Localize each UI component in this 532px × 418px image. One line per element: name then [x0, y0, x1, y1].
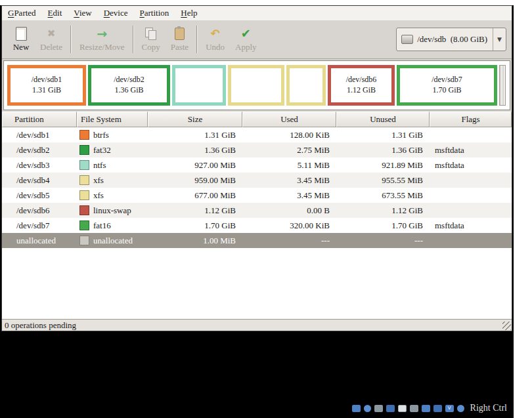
partition-table: Partition File System Size Used Unused F…	[2, 112, 512, 319]
visual-partition-sdb2[interactable]: /dev/sdb2 1.36 GiB	[88, 65, 170, 106]
filesystem-name: ntfs	[93, 160, 106, 171]
size-cell: 927.00 MiB	[148, 160, 242, 171]
toolbar-separator	[196, 26, 198, 53]
partition-name: /dev/sdb3	[2, 160, 77, 171]
unused-cell: 1.12 GiB	[336, 205, 430, 216]
filesystem-color-swatch	[79, 145, 89, 155]
paste-button[interactable]: Paste	[166, 23, 194, 56]
table-row-sdb7[interactable]: /dev/sdb7 fat16 1.70 GiB 320.00 KiB 1.70…	[2, 218, 512, 233]
table-row-sdb2[interactable]: /dev/sdb2 fat32 1.36 GiB 2.75 MiB 1.36 G…	[2, 142, 512, 157]
resize-grip[interactable]	[502, 322, 511, 330]
flags-cell: msftdata	[430, 220, 512, 231]
filesystem-name: btrfs	[93, 130, 109, 140]
unused-cell: ---	[336, 236, 430, 246]
toolbar-separator	[133, 26, 134, 53]
partition-name: /dev/sdb7	[2, 220, 77, 231]
visual-partition-sdb6[interactable]: /dev/sdb6 1.12 GiB	[328, 65, 395, 106]
unused-cell: 1.36 GiB	[336, 145, 430, 156]
filesystem-color-swatch	[79, 175, 89, 185]
menu-view[interactable]: View	[68, 7, 97, 20]
device-path: /dev/sdb	[417, 34, 446, 44]
apply-icon: ✔	[241, 26, 251, 41]
size-cell: 959.00 MiB	[148, 175, 242, 186]
delete-button[interactable]: ✖ Delete	[35, 23, 68, 56]
delete-icon: ✖	[47, 26, 56, 41]
table-row-sdb1[interactable]: /dev/sdb1 btrfs 1.31 GiB 128.00 KiB 1.31…	[2, 127, 512, 142]
filesystem-name: unallocated	[93, 236, 133, 246]
used-cell: 3.45 MiB	[242, 190, 336, 201]
unused-cell: 1.31 GiB	[336, 130, 430, 140]
operations-pending-text: 0 operations pending	[5, 320, 76, 330]
menu-bar: GParted Edit View Device Partition Help	[2, 6, 512, 20]
table-row-sdb6[interactable]: /dev/sdb6 linux-swap 1.12 GiB 0.00 B 1.1…	[2, 203, 512, 218]
table-body: /dev/sdb1 btrfs 1.31 GiB 128.00 KiB 1.31…	[2, 127, 512, 248]
device-capacity: (8.00 GiB)	[451, 34, 487, 44]
filesystem-name: fat16	[93, 220, 111, 231]
display-icon[interactable]	[422, 405, 430, 412]
audio-icon[interactable]	[374, 405, 383, 412]
filesystem-color-swatch	[79, 190, 89, 200]
undo-icon: ↶	[210, 26, 219, 41]
recording-icon[interactable]	[433, 405, 442, 412]
unused-cell: 673.55 MiB	[336, 190, 430, 201]
menu-edit[interactable]: Edit	[42, 7, 68, 20]
partition-name: /dev/sdb5	[2, 190, 77, 201]
filesystem-color-swatch	[79, 236, 89, 245]
table-row-sdb5[interactable]: /dev/sdb5 xfs 677.00 MiB 3.45 MiB 673.55…	[2, 188, 512, 203]
usb-icon[interactable]	[398, 405, 407, 412]
partition-name: unallocated	[2, 236, 77, 246]
visual-partition-unallocated[interactable]	[499, 65, 506, 106]
menu-help[interactable]: Help	[175, 7, 203, 20]
visual-partition-sdb3[interactable]	[172, 65, 226, 106]
size-cell: 677.00 MiB	[148, 190, 242, 201]
chevron-down-icon: ▼	[493, 28, 506, 51]
table-row-unallocated[interactable]: unallocated unallocated 1.00 MiB --- ---	[2, 233, 512, 248]
new-button[interactable]: New	[7, 23, 35, 56]
resize-move-icon: →	[97, 26, 107, 41]
filesystem-color-swatch	[79, 160, 89, 170]
partition-name: /dev/sdb4	[2, 175, 77, 186]
mouse-integration-icon[interactable]	[457, 405, 464, 412]
unused-cell: 921.89 MiB	[336, 160, 430, 171]
column-header-used: Used	[242, 112, 336, 127]
used-cell: 0.00 B	[242, 205, 336, 216]
optical-disk-icon[interactable]	[364, 405, 371, 412]
filesystem-name: xfs	[93, 175, 104, 186]
copy-icon	[145, 26, 157, 41]
visual-partition-sdb7[interactable]: /dev/sdb7 1.70 GiB	[397, 65, 497, 106]
network-icon[interactable]	[386, 405, 395, 412]
undo-button[interactable]: ↶ Undo	[200, 23, 230, 56]
menu-device[interactable]: Device	[98, 7, 134, 20]
table-row-sdb3[interactable]: /dev/sdb3 ntfs 927.00 MiB 5.11 MiB 921.8…	[2, 157, 512, 173]
virtualization-icon[interactable]: V	[445, 405, 454, 412]
new-partition-icon	[16, 26, 27, 41]
visual-partition-sdb1[interactable]: /dev/sdb1 1.31 GiB	[7, 65, 86, 106]
size-cell: 1.31 GiB	[148, 130, 242, 140]
menu-gparted[interactable]: GParted	[2, 7, 42, 20]
partition-name: /dev/sdb1	[2, 130, 77, 140]
unused-cell: 955.55 MiB	[336, 175, 430, 186]
gparted-window: GParted Edit View Device Partition Help …	[1, 5, 512, 331]
size-cell: 1.00 MiB	[148, 236, 242, 246]
filesystem-name: xfs	[93, 190, 104, 201]
screenshot-root: GParted Edit View Device Partition Help …	[0, 0, 532, 418]
partition-name: /dev/sdb6	[2, 205, 77, 216]
unused-cell: 1.70 GiB	[336, 220, 430, 231]
device-selector[interactable]: /dev/sdb (8.00 GiB) ▼	[396, 28, 506, 51]
used-cell: 128.00 KiB	[242, 130, 336, 140]
shared-folders-icon[interactable]	[410, 405, 418, 412]
copy-button[interactable]: Copy	[137, 23, 166, 56]
hard-disk-icon[interactable]	[352, 405, 361, 412]
visual-partition-sdb4[interactable]	[228, 65, 284, 106]
visual-partition-sdb5[interactable]	[286, 65, 326, 106]
apply-button[interactable]: ✔ Apply	[230, 23, 262, 56]
filesystem-name: fat32	[93, 145, 111, 156]
paste-icon	[175, 26, 185, 41]
resize-move-button[interactable]: → Resize/Move	[74, 23, 130, 56]
hard-drive-icon	[401, 35, 413, 44]
column-header-size: Size	[148, 112, 242, 127]
menu-partition[interactable]: Partition	[134, 7, 175, 20]
table-row-sdb4[interactable]: /dev/sdb4 xfs 959.00 MiB 3.45 MiB 955.55…	[2, 173, 512, 188]
used-cell: ---	[242, 236, 336, 246]
used-cell: 2.75 MiB	[242, 145, 336, 156]
